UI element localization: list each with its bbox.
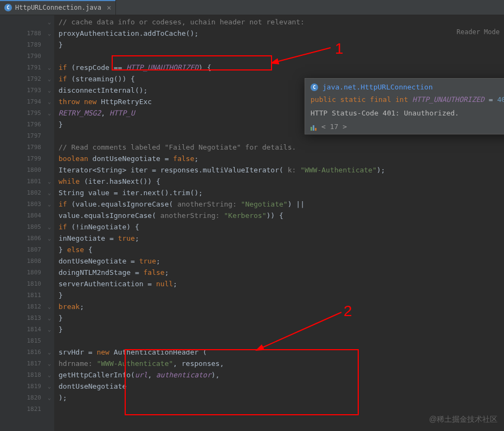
line-number: 1797 (0, 130, 54, 141)
code-line: value.equalsIgnoreCase( anotherString: "… (54, 210, 504, 221)
code-line: break; (54, 301, 504, 312)
close-icon[interactable]: × (107, 3, 111, 12)
line-number: 1819⌄ (0, 381, 54, 392)
popup-class-link[interactable]: java.net.HttpURLConnection (322, 83, 433, 91)
code-line: proxyAuthentication.addToCache(); (54, 28, 504, 39)
line-number: 1798 (0, 141, 54, 153)
popup-description: HTTP Status-Code 401: Unauthorized. (305, 107, 504, 121)
fold-icon[interactable]: ⌄ (48, 76, 51, 82)
line-number: 1820⌄ (0, 392, 54, 403)
code-line: } (54, 39, 504, 50)
code-line: if (value.equalsIgnoreCase( anotherStrin… (54, 198, 504, 210)
fold-icon[interactable]: ⌄ (48, 235, 51, 241)
svg-rect-1 (313, 125, 314, 131)
code-line: } (54, 290, 504, 301)
code-line: dontUseNegotiate (54, 381, 504, 392)
code-line (54, 403, 504, 415)
java-class-icon: C (311, 83, 318, 91)
line-number: 1806⌄ (0, 233, 54, 244)
line-number: 1796 (0, 119, 54, 130)
popup-nav[interactable]: < 17 > (321, 123, 347, 131)
fold-icon[interactable]: ⌄ (48, 178, 51, 184)
annotation-label-1: 1 (335, 40, 344, 57)
line-number: 1805⌄ (0, 221, 54, 233)
tab-bar: C HttpURLConnection.java × (0, 0, 504, 15)
line-number: 1801⌄ (0, 176, 54, 187)
popup-footer: < 17 > ⋮ (305, 121, 504, 132)
code-line (54, 50, 504, 62)
line-number: 1809 (0, 267, 54, 278)
line-number: 1813⌄ (0, 312, 54, 324)
line-number: 1814⌄ (0, 324, 54, 335)
fold-icon[interactable]: ⌄ (48, 99, 51, 105)
code-line: dontUseNegotiate = true; (54, 255, 504, 267)
line-number: 1812⌄ (0, 301, 54, 312)
fold-icon[interactable]: ⌄ (48, 30, 51, 36)
line-number: ⌄ (0, 16, 54, 28)
code-area[interactable]: Reader Mode // cache data info or codese… (54, 15, 504, 431)
line-number: 1807 (0, 244, 54, 255)
fold-icon[interactable]: ⌄ (48, 87, 51, 93)
quick-doc-popup[interactable]: C java.net.HttpURLConnection public stat… (305, 78, 504, 134)
fold-icon[interactable]: ⌄ (48, 361, 51, 366)
fold-icon[interactable]: ⌄ (48, 395, 51, 401)
popup-declaration: public static final int HTTP_UNAUTHORIZE… (305, 94, 504, 107)
fold-icon[interactable]: ⌄ (48, 315, 51, 321)
code-line: boolean dontUseNegotiate = false; (54, 153, 504, 164)
line-number: 1790 (0, 50, 54, 62)
line-number: 1803⌄ (0, 198, 54, 210)
line-number: 1791⌄ (0, 62, 54, 73)
code-line: serverAuthentication = null; (54, 278, 504, 290)
line-number: 1818⌄ (0, 369, 54, 381)
code-line: getHttpCallerInfo(url, authenticator), (54, 369, 504, 381)
line-number: 1788⌄ (0, 28, 54, 39)
code-line: } else { (54, 244, 504, 255)
gutter: ⌄1788⌄178917901791⌄1792⌄1793⌄1794⌄1795⌄1… (0, 15, 54, 431)
code-line: } (54, 324, 504, 335)
code-line: if (respCode == HTTP_UNAUTHORIZED) { (54, 62, 504, 73)
fold-icon[interactable]: ⌄ (48, 19, 51, 25)
line-number: 1815 (0, 335, 54, 346)
annotation-label-2: 2 (344, 303, 352, 320)
line-number: 1811 (0, 290, 54, 301)
file-tab[interactable]: C HttpURLConnection.java × (0, 0, 116, 15)
fold-icon[interactable]: ⌄ (48, 326, 51, 332)
fold-icon[interactable]: ⌄ (48, 65, 51, 70)
fold-icon[interactable]: ⌄ (48, 110, 51, 116)
watermark: @稀土掘金技术社区 (429, 415, 497, 424)
code-line: doingNTLM2ndStage = false; (54, 267, 504, 278)
fold-icon[interactable]: ⌄ (48, 304, 51, 310)
line-number: 1821 (0, 403, 54, 415)
code-line: srvHdr = new AuthenticationHeader ( (54, 346, 504, 358)
line-number: 1794⌄ (0, 96, 54, 107)
fold-icon[interactable]: ⌄ (48, 224, 51, 230)
line-number: 1810 (0, 278, 54, 290)
fold-icon[interactable]: ⌄ (48, 349, 51, 355)
fold-icon[interactable]: ⌄ (48, 372, 51, 378)
fold-icon[interactable]: ⌄ (48, 383, 51, 389)
editor: ⌄1788⌄178917901791⌄1792⌄1793⌄1794⌄1795⌄1… (0, 15, 504, 431)
svg-rect-2 (315, 128, 316, 131)
line-number: 1808 (0, 255, 54, 267)
line-number: 1817⌄ (0, 358, 54, 369)
code-line: hdrname: "WWW-Authenticate", responses, (54, 358, 504, 369)
line-number: 1792⌄ (0, 73, 54, 85)
fold-icon[interactable]: ⌄ (48, 201, 51, 207)
line-number: 1816⌄ (0, 346, 54, 358)
code-line: } (54, 312, 504, 324)
line-number: 1793⌄ (0, 85, 54, 96)
code-line: Iterator<String> iter = responses.multiV… (54, 164, 504, 176)
svg-rect-0 (311, 127, 312, 131)
code-line: inNegotiate = true; (54, 233, 504, 244)
reader-mode-label[interactable]: Reader Mode (457, 28, 500, 36)
code-line: if (!inNegotiate) { (54, 221, 504, 233)
usages-icon[interactable] (311, 124, 317, 130)
code-line: while (iter.hasNext()) { (54, 176, 504, 187)
line-number: 1799 (0, 153, 54, 164)
fold-icon[interactable]: ⌄ (48, 190, 51, 196)
code-line: // Read comments labeled "Failed Negotia… (54, 141, 504, 153)
code-line (54, 335, 504, 346)
code-line: // cache data info or codeses, uchain he… (54, 16, 504, 28)
code-line: String value = iter.next().trim(); (54, 187, 504, 198)
tab-filename: HttpURLConnection.java (15, 4, 101, 11)
